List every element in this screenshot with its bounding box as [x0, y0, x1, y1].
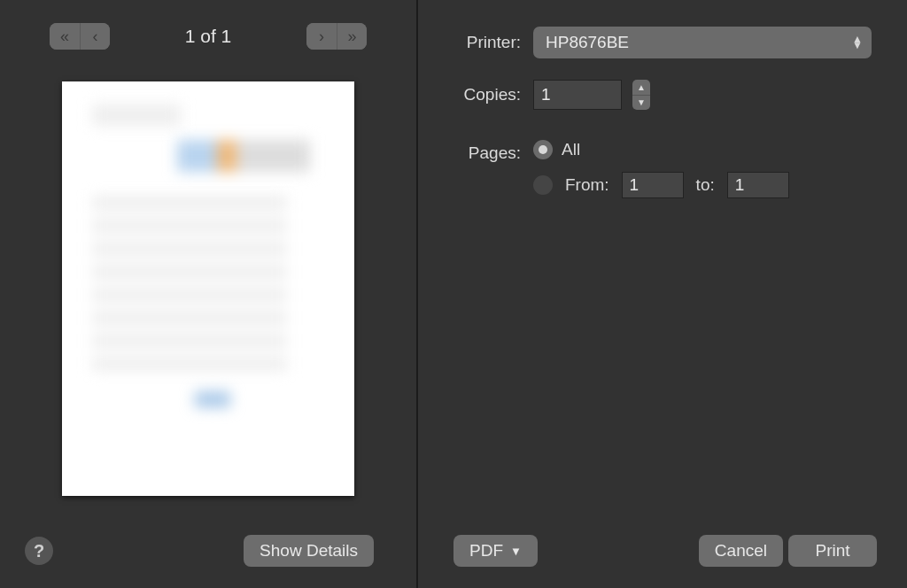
- printer-label: Printer:: [432, 33, 521, 52]
- last-page-button[interactable]: »: [337, 23, 367, 50]
- pages-from-input[interactable]: 1: [622, 172, 684, 198]
- pages-from-label: From:: [565, 175, 609, 195]
- pages-to-input[interactable]: 1: [727, 172, 789, 198]
- preview-nav: « ‹ 1 of 1 › »: [0, 23, 416, 50]
- radio-unselected-icon: [533, 175, 553, 195]
- pages-all-radio[interactable]: All: [533, 140, 789, 159]
- chevron-down-icon: ▼: [510, 545, 522, 558]
- pages-to-label: to:: [696, 175, 715, 195]
- next-page-button[interactable]: ›: [306, 23, 337, 50]
- stepper-down-icon[interactable]: ▼: [632, 95, 650, 111]
- prev-page-button[interactable]: ‹: [80, 23, 110, 50]
- help-icon: ?: [34, 541, 44, 561]
- next-page-segment[interactable]: › »: [306, 23, 367, 50]
- document-preview: [62, 81, 354, 496]
- stepper-up-icon[interactable]: ▲: [632, 80, 650, 95]
- prev-page-segment[interactable]: « ‹: [50, 23, 110, 50]
- printer-select[interactable]: HP8676BE ▲▼: [533, 27, 872, 58]
- copies-stepper[interactable]: ▲ ▼: [632, 80, 650, 110]
- first-page-button[interactable]: «: [50, 23, 80, 50]
- pages-row: Pages: All From: 1 to: 1: [432, 140, 789, 198]
- printer-row: Printer: HP8676BE ▲▼: [432, 27, 872, 58]
- page-indicator: 1 of 1: [110, 26, 306, 47]
- preview-pane: « ‹ 1 of 1 › » ? Show Details: [0, 0, 418, 588]
- updown-icon: ▲▼: [852, 36, 863, 49]
- print-button[interactable]: Print: [788, 535, 877, 567]
- copies-input[interactable]: 1: [533, 80, 622, 110]
- pages-label: Pages:: [432, 140, 521, 163]
- options-pane: Printer: HP8676BE ▲▼ Copies: 1 ▲ ▼ Pages…: [418, 0, 907, 588]
- printer-value: HP8676BE: [546, 33, 629, 52]
- cancel-button[interactable]: Cancel: [699, 535, 783, 567]
- copies-row: Copies: 1 ▲ ▼: [432, 80, 650, 110]
- help-button[interactable]: ?: [25, 537, 53, 565]
- show-details-button[interactable]: Show Details: [244, 535, 374, 567]
- radio-selected-icon: [533, 140, 553, 159]
- pages-all-label: All: [562, 140, 580, 159]
- copies-label: Copies:: [432, 85, 521, 104]
- pages-range-radio[interactable]: From: 1 to: 1: [533, 172, 789, 198]
- pdf-menu-button[interactable]: PDF ▼: [454, 535, 538, 567]
